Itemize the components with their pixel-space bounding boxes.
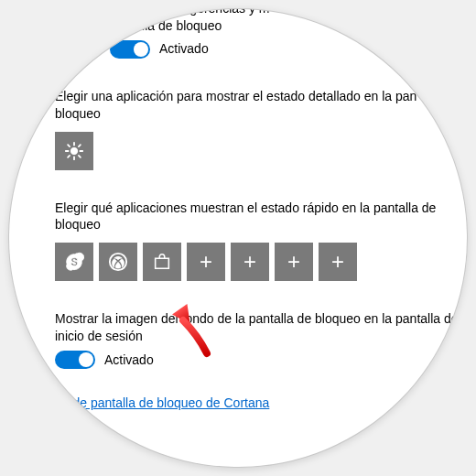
xbox-icon (108, 252, 128, 272)
plus-icon: + (331, 247, 344, 276)
toggle-tips-label: Activado (159, 40, 209, 58)
quick-status-tile-1[interactable] (55, 243, 93, 281)
quick-status-tiles: + + + + (55, 243, 467, 281)
quick-status-tile-3[interactable] (143, 243, 181, 281)
svg-line-7 (68, 156, 70, 157)
detailed-status-app-tile[interactable] (55, 132, 93, 170)
weather-icon (64, 141, 84, 161)
setting-fragment-top: os, sugerencias y m pantalla de bloqueo … (55, 9, 467, 59)
quick-status-tile-4[interactable]: + (187, 243, 225, 281)
quick-status-tile-5[interactable]: + (231, 243, 269, 281)
fragment-text-2: pantalla de bloqueo (55, 17, 467, 35)
plus-icon: + (200, 247, 212, 276)
store-icon (152, 252, 172, 272)
svg-line-8 (79, 145, 81, 146)
signin-bg-heading: Mostrar la imagen del fondo de la pantal… (55, 310, 467, 345)
quick-status-tile-6[interactable]: + (275, 243, 313, 281)
toggle-signin-bg-label: Activado (104, 352, 154, 369)
svg-line-6 (79, 156, 81, 157)
quick-status-heading: Elegir qué aplicaciones muestran el esta… (55, 200, 467, 234)
svg-point-0 (70, 147, 77, 154)
toggle-tips[interactable] (110, 40, 150, 59)
detailed-status-heading: Elegir una aplicación para mostrar el es… (55, 88, 467, 123)
section-quick-status: Elegir qué aplicaciones muestran el esta… (55, 200, 467, 282)
plus-icon: + (287, 247, 300, 276)
toggle-signin-bg[interactable] (55, 351, 95, 369)
quick-status-tile-7[interactable]: + (319, 243, 357, 281)
svg-line-5 (68, 145, 70, 146)
quick-status-tile-2[interactable] (99, 243, 137, 281)
skype-icon (64, 252, 84, 272)
settings-panel: os, sugerencias y m pantalla de bloqueo … (9, 9, 467, 467)
cortana-lockscreen-link[interactable]: ón de pantalla de bloqueo de Cortana (55, 395, 467, 412)
section-detailed-status: Elegir una aplicación para mostrar el es… (55, 88, 467, 170)
section-signin-background: Mostrar la imagen del fondo de la pantal… (55, 310, 467, 369)
plus-icon: + (243, 247, 256, 276)
fragment-text-1: os, sugerencias y m (55, 9, 467, 17)
